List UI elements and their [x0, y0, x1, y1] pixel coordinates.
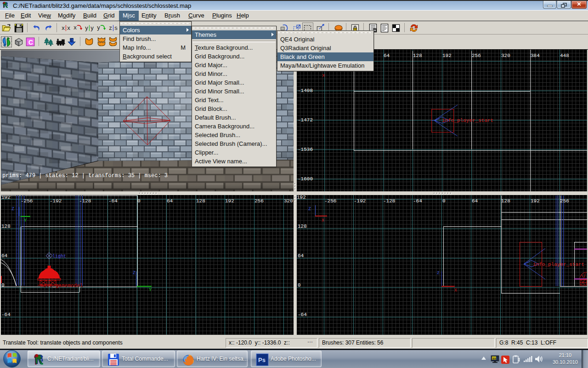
- svg-text:misc_gamemodel: misc_gamemodel: [40, 283, 83, 288]
- svg-text:Y: Y: [149, 288, 152, 293]
- svg-text:info_player_start: info_player_start: [533, 262, 584, 267]
- svg-text:z: z: [109, 24, 112, 31]
- svg-text:Ps: Ps: [258, 356, 266, 363]
- svg-text:x: x: [322, 73, 325, 78]
- svg-text:-1408: -1408: [298, 88, 313, 93]
- svg-text:-64: -64: [1, 312, 11, 317]
- svg-text:256: 256: [560, 198, 569, 204]
- svg-text:128: 128: [413, 53, 422, 58]
- svg-text:y: y: [85, 24, 88, 31]
- svg-text:99: 99: [492, 357, 496, 360]
- svg-text:0: 0: [137, 198, 141, 204]
- svg-text:128: 128: [196, 198, 205, 204]
- svg-text:-256: -256: [324, 198, 336, 204]
- svg-text:y: y: [97, 24, 100, 31]
- svg-text:64: 64: [472, 198, 478, 204]
- svg-text:-64: -64: [413, 198, 422, 204]
- svg-text:384: 384: [531, 53, 540, 58]
- svg-text:Z: Z: [308, 207, 311, 212]
- svg-text:192: 192: [531, 198, 540, 204]
- svg-text:320: 320: [501, 53, 510, 58]
- svg-text:-1472: -1472: [298, 117, 313, 123]
- svg-text:z: z: [437, 270, 440, 276]
- svg-text:0: 0: [442, 198, 446, 204]
- svg-text:-256: -256: [21, 198, 33, 204]
- svg-text:-1600: -1600: [298, 176, 313, 182]
- svg-text:128: 128: [1, 224, 11, 229]
- svg-text:128: 128: [298, 224, 307, 229]
- svg-text:E: E: [70, 38, 74, 43]
- svg-text:0: 0: [298, 282, 301, 288]
- svg-text:256: 256: [254, 198, 264, 204]
- svg-text:192: 192: [442, 53, 452, 58]
- svg-text:-128: -128: [383, 198, 395, 204]
- svg-text:x: x: [67, 24, 70, 31]
- svg-text:x: x: [74, 24, 77, 31]
- svg-text:64: 64: [167, 198, 173, 204]
- svg-text:Y: Y: [24, 218, 27, 223]
- svg-text:-1536: -1536: [298, 147, 313, 152]
- svg-text:128: 128: [501, 198, 510, 204]
- svg-text:C: C: [28, 39, 33, 46]
- svg-text:X: X: [322, 218, 324, 223]
- svg-text:64: 64: [1, 253, 8, 259]
- svg-text:prims: 479 | states: 12 | tran: prims: 479 | states: 12 | transforms: 35…: [2, 172, 168, 179]
- svg-text:256: 256: [472, 53, 481, 58]
- svg-text:X: X: [454, 288, 457, 293]
- svg-text:s: s: [114, 24, 118, 31]
- svg-text:64: 64: [298, 253, 304, 259]
- svg-text:light: light: [52, 254, 66, 259]
- svg-text:192: 192: [1, 195, 11, 200]
- svg-text:Z: Z: [133, 270, 136, 276]
- svg-text:info_player_start: info_player_start: [442, 118, 493, 123]
- svg-text:192: 192: [225, 198, 234, 204]
- svg-text:64: 64: [384, 53, 390, 58]
- svg-text:-64: -64: [298, 312, 307, 317]
- svg-text:-192: -192: [354, 198, 366, 204]
- svg-text:320: 320: [284, 198, 293, 204]
- svg-text:-192: -192: [50, 198, 62, 204]
- svg-text:0: 0: [1, 282, 5, 288]
- svg-text:Z: Z: [11, 207, 14, 212]
- svg-text:-128: -128: [79, 198, 91, 204]
- svg-text:192: 192: [297, 195, 306, 200]
- svg-text:448: 448: [560, 53, 569, 58]
- svg-text:y: y: [90, 24, 94, 31]
- svg-text:-64: -64: [108, 198, 118, 204]
- svg-text:x: x: [62, 24, 65, 31]
